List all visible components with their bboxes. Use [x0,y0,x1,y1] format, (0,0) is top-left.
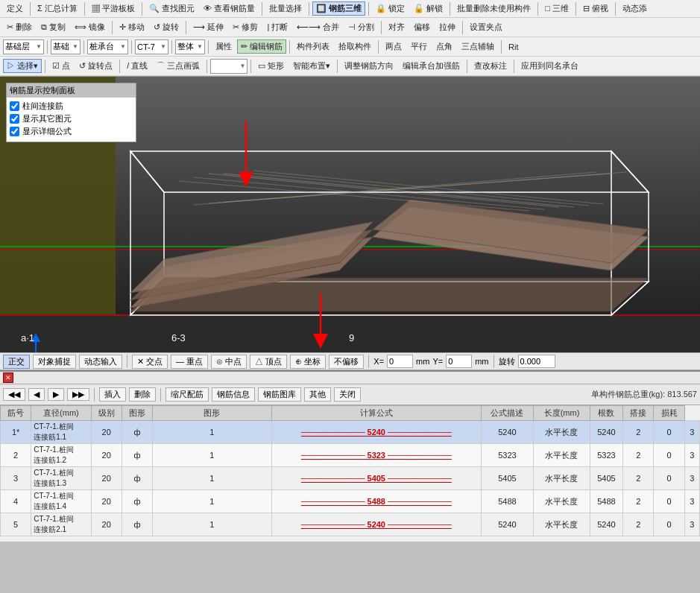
toolbar-rebar3d-btn[interactable]: 🔲 钢筋三维 [312,1,365,16]
toolbar-trim-btn[interactable]: ✂ 修剪 [229,20,262,34]
toolbar-smartplace-btn[interactable]: 智能布置▾ [289,59,334,73]
toolbar-batchdelete-btn[interactable]: 批量删除未使用构件 [453,1,535,16]
combo-layer[interactable]: 基础层 ▼ [3,39,44,54]
combo-ct[interactable]: CT-7 ▼ [135,39,168,54]
toolbar-property-btn[interactable]: 属性 [212,39,236,54]
status-intersect-btn[interactable]: ✕ 交点 [132,355,168,369]
toolbar-editrebar-btn[interactable]: ✏ 编辑钢筋 [237,39,286,54]
svg-line-19 [179,181,529,211]
toolbar-dynamic-btn[interactable]: 动态添 [619,1,651,16]
status-x-input[interactable] [387,355,413,368]
checkbox-formula[interactable]: 显示详细公式 [10,126,133,137]
toolbar-mirror-btn[interactable]: ⟺ 镜像 [71,20,109,34]
toolbar-merge-btn[interactable]: ⟵⟶ 合并 [293,20,343,34]
toolbar-point-btn[interactable]: ☑ 点 [48,59,74,73]
combo-type[interactable]: 基础 ▼ [51,39,81,54]
nav-prev-btn[interactable]: ◀ [28,388,45,401]
toolbar-unlock-btn[interactable]: 🔓 解锁 [410,1,447,16]
toolbar-delete-btn[interactable]: ✂ 删除 [3,20,36,34]
status-vertex-btn[interactable]: △ 顶点 [250,355,287,369]
checkbox-other-input[interactable] [10,114,19,124]
panel-close-btn[interactable]: ✕ [3,372,13,383]
sep5 [309,2,309,16]
cell-formula: 5488 [481,490,534,513]
toolbar-editcap-btn[interactable]: 编辑承台加强筋 [399,59,464,73]
svg-line-21 [194,172,596,205]
toolbar-arc-btn[interactable]: ⌒ 三点画弧 [153,59,204,73]
status-noshift-btn[interactable]: 不偏移 [329,355,364,369]
table-row[interactable]: 5 CT-7-1.桩间连接筋2.1 20 ф 1 ─────────── 524… [1,513,700,536]
sep29 [514,60,514,73]
status-coord-btn[interactable]: ⊕ 坐标 [290,355,326,369]
toolbar-find-btn[interactable]: 🔍 查找图元 [145,1,198,16]
toolbar-floorplan-btn[interactable]: ▦ 平游板板 [88,1,139,16]
toolbar-checknote-btn[interactable]: 查改标注 [470,59,511,73]
scaledrebar-btn[interactable]: 缩尺配筋 [165,387,209,402]
nav-last-btn[interactable]: ▶▶ [67,388,89,401]
other-btn[interactable]: 其他 [304,387,331,402]
cell-shape: 1 [153,467,272,490]
status-rotate-input[interactable] [518,355,555,368]
cell-shape: 1 [153,444,272,467]
nav-insert-btn[interactable]: 插入 [99,387,126,402]
toolbar-rotatepoint-btn[interactable]: ↺ 旋转点 [75,59,116,73]
toolbar-rotate-btn[interactable]: ↺ 旋转 [150,20,183,34]
toolbar-rect-btn[interactable]: ▭ 矩形 [254,59,288,73]
combo-pilecap[interactable]: 桩承台 ▼ [87,39,128,54]
checkbox-pilecap-rebar[interactable]: 柱间连接筋 [10,101,133,112]
toolbar-pointangle-btn[interactable]: 点角 [432,39,456,54]
toolbar-define-btn[interactable]: 定义 [3,1,27,16]
toolbar-topview-btn[interactable]: ⊟ 俯视 [579,1,612,16]
rebarinfo-btn[interactable]: 钢筋信息 [212,387,255,402]
table-row[interactable]: 3 CT-7-1.桩间连接筋1.3 20 ф 1 ─────────── 540… [1,467,700,490]
toolbar-break-btn[interactable]: | 打断 [263,20,291,34]
status-dynin-btn[interactable]: 动态输入 [79,355,122,369]
combo-arc2[interactable]: ▼ [210,59,247,74]
sep22 [501,40,502,54]
sep17 [131,40,132,54]
table-row[interactable]: 4 CT-7-1.桩间连接筋1.4 20 ф 1 ─────────── 548… [1,490,700,513]
toolbar-line-btn[interactable]: / 直线 [123,59,151,73]
table-row[interactable]: 1* CT-7-1.桩间连接筋1.1 20 ф 1 ─────────── 52… [1,421,700,444]
toolbar-lock-btn[interactable]: 🔒 锁定 [372,1,409,16]
close-btn[interactable]: 关闭 [334,387,361,402]
checkbox-other-elem[interactable]: 显示其它图元 [10,113,133,124]
toolbar-3d-btn[interactable]: □ 三维 [541,1,573,16]
toolbar-align-btn[interactable]: 对齐 [385,20,409,34]
nav-delete-btn[interactable]: 删除 [129,387,156,402]
toolbar-twopoint-btn[interactable]: 两点 [382,39,406,54]
toolbar-setgrip-btn[interactable]: 设置夹点 [466,20,506,34]
toolbar-move-btn[interactable]: ✛ 移动 [116,20,148,34]
status-ortho-btn[interactable]: 正交 [3,355,30,369]
toolbar-viewrebar-btn[interactable]: 👁 查看钢筋量 [200,1,259,16]
toolbar-offset-btn[interactable]: 偏移 [410,20,434,34]
toolbar-parallel-btn[interactable]: 平行 [407,39,431,54]
table-row[interactable]: 2 CT-7-1.桩间连接筋1.2 20 ф 1 ─────────── 532… [1,444,700,467]
toolbar-stretch-btn[interactable]: 拉伸 [435,20,459,34]
toolbar-complist-btn[interactable]: 构件列表 [293,39,333,54]
status-sep2 [368,355,369,368]
nav-first-btn[interactable]: ◀◀ [3,388,25,401]
toolbar-split-btn[interactable]: ⊣ 分割 [344,20,378,34]
toolbar-pick-btn[interactable]: 拾取构件 [335,39,375,54]
status-snap-btn[interactable]: 对象捕捉 [33,355,76,369]
checkbox-formula-input[interactable] [10,127,19,136]
toolbar-3ptaxis-btn[interactable]: 三点辅轴 [458,39,498,54]
toolbar-summary-btn[interactable]: Σ 汇总计算 [34,1,81,16]
toolbar-copy-btn[interactable]: ⧉ 复制 [37,20,69,34]
toolbar-applyto-btn[interactable]: 应用到同名承台 [517,59,582,73]
rebarlibrary-btn[interactable]: 钢筋图库 [258,387,301,402]
nav-next-btn[interactable]: ▶ [48,388,64,401]
combo-whole[interactable]: 整体 ▼ [175,39,205,54]
toolbar-batch-btn[interactable]: 批量选择 [265,1,306,16]
status-center-btn[interactable]: ⊙ 中点 [211,355,247,369]
cell-name: CT-7-1.桩间连接筋1.1 [31,421,91,444]
checkbox-pilecap-input[interactable] [10,101,19,111]
toolbar-extend-btn[interactable]: ⟶ 延伸 [189,20,227,34]
cell-length: 5240 [590,513,623,536]
status-y-input[interactable] [446,355,472,368]
toolbar-adjustdir-btn[interactable]: 调整钢筋方向 [341,59,397,73]
status-midpoint-btn[interactable]: — 重点 [171,355,208,369]
toolbar-rit-btn[interactable]: Rit [505,41,522,53]
toolbar-select-btn[interactable]: ▷ 选择▾ [3,59,42,73]
